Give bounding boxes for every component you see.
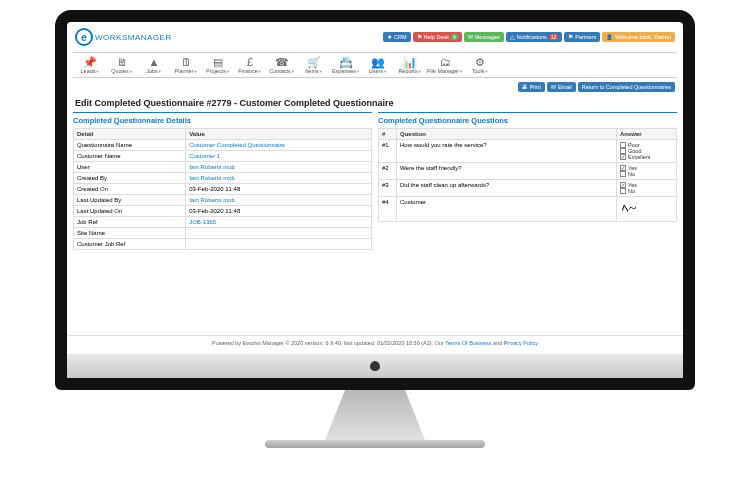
detail-row: Customer Job Ref [74, 239, 372, 250]
col-answer: Answer [617, 129, 677, 140]
detail-link[interactable]: Customer Completed Questionnaire [189, 142, 285, 148]
detail-value: Customer 1 [186, 151, 372, 162]
q-num: #1 [379, 140, 397, 163]
menu-icon: 📌 [83, 56, 97, 68]
col-num: # [379, 129, 397, 140]
answer-option: ✓Excellent [620, 154, 673, 160]
print-icon: 🖶 [522, 84, 528, 90]
detail-link[interactable]: Iain Roberts mob [189, 164, 235, 170]
menu-leads[interactable]: 📌Leads▼ [75, 56, 105, 74]
questions-table: #QuestionAnswer #1How would you rate the… [378, 128, 677, 222]
q-answer: ✓YesNo [617, 163, 677, 180]
menu-planner[interactable]: 🗓Planner▼ [171, 56, 201, 74]
return-button[interactable]: Return to Completed Questionnaires [578, 82, 675, 92]
menu-contacts[interactable]: ☎Contacts▼ [267, 56, 297, 74]
mail-icon: ✉ [551, 84, 556, 90]
top-buttons: ★CRM ⚑Help Desk 4 ✉Messages △Notificatio… [383, 32, 675, 42]
welcome-button[interactable]: 👤Welcome back, Darren [602, 32, 675, 42]
helpdesk-button[interactable]: ⚑Help Desk 4 [413, 32, 462, 42]
menu-icon: 🗓 [181, 56, 192, 68]
q-text: Customer [397, 197, 617, 222]
menu-tools[interactable]: ⚙Tools▼ [465, 56, 495, 74]
detail-row: Site Name [74, 228, 372, 239]
checkbox-icon [620, 188, 626, 194]
email-button[interactable]: ✉Email [547, 82, 576, 92]
print-button[interactable]: 🖶Print [518, 82, 545, 92]
detail-value: Customer Completed Questionnaire [186, 140, 372, 151]
flag-icon: ⚑ [568, 34, 573, 40]
questions-panel: Completed Questionnaire Questions #Quest… [378, 112, 677, 250]
question-row: #3Did the staff clean up afterwards?✓Yes… [379, 180, 677, 197]
menu-icon: ▤ [213, 56, 223, 68]
q-text: How would you rate the service? [397, 140, 617, 163]
terms-link[interactable]: Terms Of Business [445, 340, 491, 346]
detail-value: Iain Roberts mob [186, 195, 372, 206]
menu-icon: ⚙ [475, 56, 485, 68]
detail-link[interactable]: Iain Roberts mob [189, 197, 235, 203]
q-num: #2 [379, 163, 397, 180]
answer-option: No [620, 188, 673, 194]
details-heading: Completed Questionnaire Details [73, 113, 372, 128]
messages-button[interactable]: ✉Messages [464, 32, 504, 42]
detail-value: 03-Feb-2020 11:48 [186, 184, 372, 195]
menu-items[interactable]: 🛒Items▼ [299, 56, 329, 74]
menu-file-manager[interactable]: 🗂File Manager▼ [427, 56, 463, 74]
menu-jobs[interactable]: ▲Jobs▼ [139, 56, 169, 74]
monitor-stand [325, 390, 425, 440]
checkbox-icon [620, 171, 626, 177]
detail-row: Created ByIain Roberts mob [74, 173, 372, 184]
details-panel: Completed Questionnaire Details DetailVa… [73, 112, 372, 250]
detail-row: Job RefJOB-1365 [74, 217, 372, 228]
footer: Powered by Eworks Manager © 2020 version… [67, 335, 683, 350]
signature: ﾍ~ [619, 198, 639, 220]
col-value: Value [186, 129, 372, 140]
menu-reports[interactable]: 📊Reports▼ [395, 56, 425, 74]
logo-icon: e [75, 28, 93, 46]
partners-button[interactable]: ⚑Partners [564, 32, 600, 42]
menu-finance[interactable]: £Finance▼ [235, 56, 265, 74]
menu-projects[interactable]: ▤Projects▼ [203, 56, 233, 74]
menu-expenses[interactable]: 📇Expenses▼ [331, 56, 361, 74]
detail-link[interactable]: Customer 1 [189, 153, 220, 159]
notifications-badge: 12 [549, 34, 559, 40]
detail-value [186, 228, 372, 239]
monitor-base [265, 440, 485, 448]
logo[interactable]: e WORKSMANAGER [75, 28, 172, 46]
q-text: Did the staff clean up afterwards? [397, 180, 617, 197]
mail-icon: ✉ [468, 34, 473, 40]
answer-option: No [620, 171, 673, 177]
questions-heading: Completed Questionnaire Questions [378, 113, 677, 128]
star-icon: ★ [387, 34, 392, 40]
privacy-link[interactable]: Privacy Policy [504, 340, 538, 346]
menu-icon: 📊 [403, 56, 417, 68]
detail-key: User [74, 162, 186, 173]
detail-row: Created On03-Feb-2020 11:48 [74, 184, 372, 195]
bell-icon: △ [510, 34, 515, 40]
menu-icon: 👥 [371, 56, 385, 68]
menu-icon: ☎ [275, 56, 289, 68]
detail-key: Customer Job Ref [74, 239, 186, 250]
notifications-button[interactable]: △Notifications 12 [506, 32, 563, 42]
detail-key: Last Updated By [74, 195, 186, 206]
helpdesk-badge: 4 [451, 34, 458, 40]
monitor-chin [67, 354, 683, 378]
menu-icon: 📇 [339, 56, 353, 68]
q-answer: ﾍ~ [617, 197, 677, 222]
question-row: #2Were the staff friendly?✓YesNo [379, 163, 677, 180]
detail-value: Iain Roberts mob [186, 162, 372, 173]
detail-row: Last Updated On03-Feb-2020 11:48 [74, 206, 372, 217]
checkbox-icon: ✓ [620, 154, 626, 160]
col-question: Question [397, 129, 617, 140]
detail-key: Last Updated On [74, 206, 186, 217]
detail-key: Created By [74, 173, 186, 184]
menu-quotes[interactable]: 🗎Quotes▼ [107, 56, 137, 74]
detail-link[interactable]: JOB-1365 [189, 219, 216, 225]
logo-text: WORKSMANAGER [95, 33, 172, 42]
q-text: Were the staff friendly? [397, 163, 617, 180]
detail-value [186, 239, 372, 250]
menu-users[interactable]: 👥Users▼ [363, 56, 393, 74]
detail-link[interactable]: Iain Roberts mob [189, 175, 235, 181]
detail-value: JOB-1365 [186, 217, 372, 228]
crm-button[interactable]: ★CRM [383, 32, 411, 42]
flag-icon: ⚑ [417, 34, 422, 40]
